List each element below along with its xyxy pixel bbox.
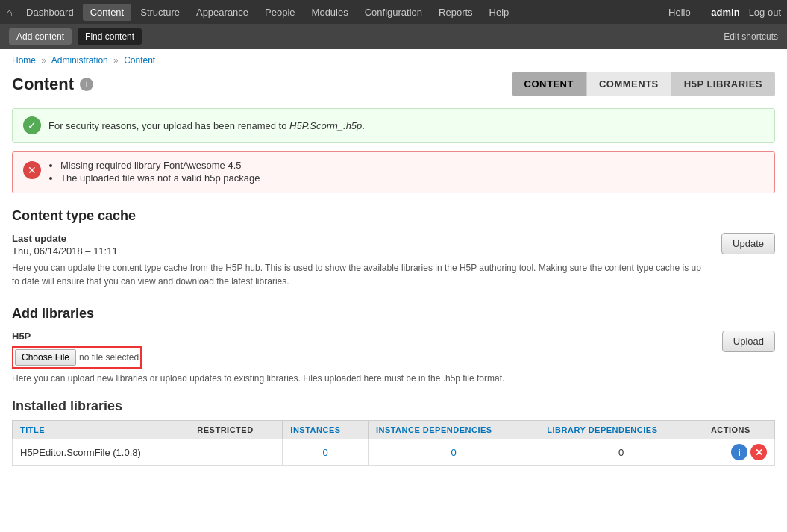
last-update-label: Last update	[12, 233, 709, 244]
page-title-area: Content +	[12, 75, 93, 94]
content-type-cache-title: Content type cache	[12, 205, 775, 224]
home-icon[interactable]: ⌂	[6, 6, 13, 19]
success-message: For security reasons, your upload has be…	[48, 120, 365, 131]
content-type-cache-left: Last update Thu, 06/14/2018 – 11:11 Here…	[12, 233, 709, 288]
add-content-button[interactable]: Add content	[9, 28, 72, 45]
col-title[interactable]: TITLE	[13, 421, 189, 439]
cell-title: H5PEditor.ScormFile (1.0.8)	[13, 439, 189, 466]
cell-instance-dependencies: 0	[368, 439, 539, 466]
page-title: Content	[12, 75, 74, 94]
content-type-cache-row: Last update Thu, 06/14/2018 – 11:11 Here…	[12, 233, 775, 288]
page-header: Content + CONTENT COMMENTS H5P LIBRARIES	[0, 69, 787, 102]
find-content-button[interactable]: Find content	[78, 28, 142, 45]
nav-reports[interactable]: Reports	[431, 4, 480, 21]
tab-buttons: CONTENT COMMENTS H5P LIBRARIES	[512, 72, 775, 96]
main-content: ✓ For security reasons, your upload has …	[0, 102, 787, 492]
nav-appearance[interactable]: Appearance	[189, 4, 256, 21]
success-filename: H5P.Scorm_.h5p	[289, 120, 362, 131]
add-libraries-title: Add libraries	[12, 303, 775, 322]
installed-libraries-title: Installed libraries	[12, 398, 775, 414]
breadcrumb-sep-1: »	[41, 55, 46, 66]
file-input-row: Choose File no file selected	[12, 346, 710, 369]
cell-library-dependencies: 0	[539, 439, 703, 466]
add-libraries-row: H5P Choose File no file selected Here yo…	[12, 331, 775, 384]
nav-items: Dashboard Content Structure Appearance P…	[19, 4, 668, 21]
choose-file-button[interactable]: Choose File	[15, 349, 76, 366]
table-header: TITLE RESTRICTED INSTANCES INSTANCE DEPE…	[13, 421, 775, 439]
add-libraries-left: H5P Choose File no file selected Here yo…	[12, 331, 710, 384]
nav-content[interactable]: Content	[83, 4, 132, 21]
error-item-1: Missing required library FontAwesome 4.5	[60, 160, 260, 171]
breadcrumb-content[interactable]: Content	[124, 55, 155, 66]
instances-link[interactable]: 0	[322, 447, 327, 458]
libraries-table: TITLE RESTRICTED INSTANCES INSTANCE DEPE…	[12, 420, 775, 466]
info-button[interactable]: i	[731, 444, 747, 460]
nav-help[interactable]: Help	[482, 4, 517, 21]
breadcrumb-administration[interactable]: Administration	[51, 55, 108, 66]
nav-modules[interactable]: Modules	[304, 4, 356, 21]
tab-content[interactable]: CONTENT	[512, 72, 586, 96]
col-instances[interactable]: INSTANCES	[283, 421, 369, 439]
add-libraries-description: Here you can upload new libraries or upl…	[12, 373, 710, 384]
nav-structure[interactable]: Structure	[133, 4, 187, 21]
success-alert: ✓ For security reasons, your upload has …	[12, 108, 775, 143]
col-restricted: RESTRICTED	[189, 421, 283, 439]
upload-button[interactable]: Upload	[722, 331, 775, 352]
col-instance-dependencies[interactable]: INSTANCE DEPENDENCIES	[368, 421, 539, 439]
no-file-text: no file selected	[79, 352, 139, 363]
tab-comments[interactable]: COMMENTS	[586, 72, 671, 96]
last-update-value: Thu, 06/14/2018 – 11:11	[12, 245, 709, 257]
nav-dashboard[interactable]: Dashboard	[19, 4, 81, 21]
installed-libraries-section: Installed libraries TITLE RESTRICTED INS…	[12, 398, 775, 466]
breadcrumb-home[interactable]: Home	[12, 55, 36, 66]
error-list: Missing required library FontAwesome 4.5…	[48, 160, 260, 185]
error-item-2: The uploaded file was not a valid h5p pa…	[60, 172, 260, 184]
admin-name: admin	[711, 7, 739, 18]
nav-configuration[interactable]: Configuration	[357, 4, 430, 21]
actions-cell: i ✕	[711, 444, 767, 460]
table-body: H5PEditor.ScormFile (1.0.8) 0 0 0 i ✕	[13, 439, 775, 466]
breadcrumb: Home » Administration » Content	[0, 49, 787, 69]
breadcrumb-sep-2: »	[113, 55, 119, 66]
content-type-cache-description: Here you can update the content type cac…	[12, 261, 709, 288]
add-libraries-section: Add libraries H5P Choose File no file se…	[12, 303, 775, 384]
check-icon: ✓	[23, 116, 41, 134]
table-header-row: TITLE RESTRICTED INSTANCES INSTANCE DEPE…	[13, 421, 775, 439]
instance-deps-link[interactable]: 0	[451, 447, 456, 458]
nav-people[interactable]: People	[257, 4, 302, 21]
top-nav: ⌂ Dashboard Content Structure Appearance…	[0, 0, 787, 24]
content-type-cache-section: Content type cache Last update Thu, 06/1…	[12, 205, 775, 288]
col-library-dependencies[interactable]: LIBRARY DEPENDENCIES	[539, 421, 703, 439]
shortcut-bar: Add content Find content Edit shortcuts	[0, 24, 787, 49]
edit-shortcuts[interactable]: Edit shortcuts	[724, 31, 778, 42]
error-icon: ✕	[23, 161, 41, 179]
hello-text: Hello	[668, 7, 691, 18]
error-alert: ✕ Missing required library FontAwesome 4…	[12, 151, 775, 193]
add-content-icon[interactable]: +	[80, 78, 93, 91]
nav-right: Hello admin Log out	[668, 7, 781, 18]
cell-actions: i ✕	[703, 439, 774, 466]
cell-restricted	[189, 439, 283, 466]
cell-instances: 0	[283, 439, 369, 466]
tab-h5p[interactable]: H5P LIBRARIES	[671, 72, 775, 96]
logout-button[interactable]: Log out	[749, 7, 781, 18]
h5p-label: H5P	[12, 331, 710, 342]
table-row: H5PEditor.ScormFile (1.0.8) 0 0 0 i ✕	[13, 439, 775, 466]
col-actions: ACTIONS	[703, 421, 774, 439]
delete-button[interactable]: ✕	[750, 444, 767, 460]
file-input-wrapper: Choose File no file selected	[12, 346, 142, 369]
update-button[interactable]: Update	[721, 233, 775, 254]
